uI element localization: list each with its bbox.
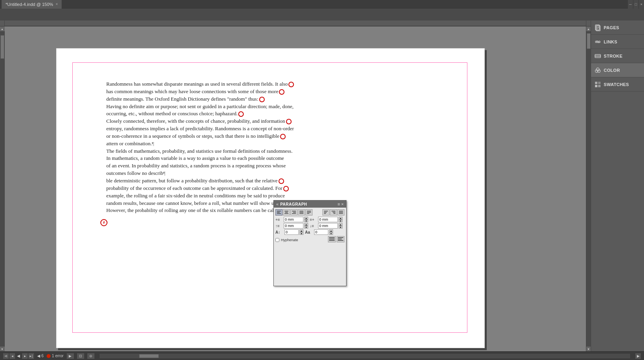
paragraph-panel-menu[interactable]: ≡ [337, 202, 340, 206]
scrollbar-thumb[interactable] [139, 354, 159, 358]
right-scrollbar[interactable]: ▲ ▼ [586, 26, 591, 351]
drop-cap-lines-label: A↕ [275, 230, 284, 234]
hyphenate-checkbox[interactable] [275, 238, 279, 242]
panel-item-pages[interactable]: PAGES [591, 21, 644, 35]
left-indent-label: +≡ [275, 218, 283, 222]
links-label: LINKS [604, 39, 618, 44]
right-indent-spinner[interactable]: ▲ ▼ [339, 217, 343, 222]
svg-rect-1 [277, 211, 281, 212]
paragraph-13: outcomes follow no describ¶ [106, 170, 339, 177]
svg-rect-29 [338, 239, 342, 240]
scroll-up-button[interactable]: ▲ [0, 26, 5, 31]
nav-prev-button[interactable]: ◂ [9, 353, 15, 359]
drop-cap-lines-down[interactable]: ▼ [299, 232, 303, 235]
document-tab[interactable]: *Untitled-4.indd @ 150% × [2, 0, 62, 9]
text-content-area: Randomness has somewhat disparate meanin… [106, 81, 339, 214]
svg-rect-7 [292, 211, 296, 212]
panel-item-stroke[interactable]: STROKE [591, 49, 644, 63]
align-justify-button[interactable] [298, 209, 305, 216]
space-before-field[interactable]: 0 mm [284, 223, 303, 229]
paragraph-panel-header: « PARAGRAPH ≡ × [274, 201, 346, 208]
align-left-button[interactable] [275, 209, 282, 216]
nav-first-button[interactable]: ⊲ [3, 353, 9, 359]
align-towards-spine-button[interactable] [322, 209, 330, 216]
paragraph-panel-close[interactable]: × [341, 202, 344, 206]
align-justify-all-button[interactable] [337, 209, 345, 216]
svg-rect-23 [339, 212, 343, 213]
navigation-arrow-button[interactable]: ▶ [67, 353, 74, 359]
space-before-spinner[interactable]: ▲ ▼ [304, 223, 308, 229]
svg-rect-43 [595, 82, 597, 84]
scroll-right-up-button[interactable]: ▲ [586, 26, 591, 31]
space-after-up[interactable]: ▲ [339, 223, 343, 226]
drop-cap-lines-up[interactable]: ▲ [299, 229, 303, 232]
page-display: ◀ 6 [37, 354, 43, 358]
right-indent-field[interactable]: 0 mm [318, 217, 338, 222]
right-indent-down[interactable]: ▼ [339, 219, 343, 222]
maximize-button[interactable]: □ [633, 0, 638, 9]
align-away-spine-button[interactable] [330, 209, 337, 216]
svg-rect-20 [333, 212, 335, 213]
svg-rect-18 [324, 213, 326, 214]
error-text: 1 error [52, 354, 63, 358]
space-before-up[interactable]: ▲ [304, 223, 308, 226]
vertical-scrollbar[interactable]: ▲ ▼ [0, 26, 5, 351]
paragraph-16: example, the rolling of a fair six-sided… [106, 192, 339, 200]
panel-item-swatches[interactable]: SWATCHES [591, 77, 644, 92]
indent-row: +≡ 0 mm ▲ ▼ ≡+ [275, 217, 345, 222]
swatches-label: SWATCHES [604, 82, 629, 87]
drop-cap-chars-down[interactable]: ▼ [329, 232, 333, 235]
paragraph-panel-collapse[interactable]: « [276, 202, 279, 206]
page-navigation: ⊲ ◂ ◀ ▸ ▸| [3, 353, 34, 359]
drop-cap-chars-up[interactable]: ▲ [329, 229, 333, 232]
horizontal-scrollbar[interactable] [99, 353, 631, 359]
left-indent-field[interactable]: 0 mm [284, 217, 303, 222]
align-right-button[interactable] [290, 209, 298, 216]
nav-next-button[interactable]: ▸ [22, 353, 28, 359]
pages-label: PAGES [604, 25, 619, 30]
text-frame[interactable]: Randomness has somewhat disparate meanin… [72, 62, 467, 333]
paragraph-4: Having no definite aim or purpose; not s… [106, 103, 339, 111]
left-indent-up[interactable]: ▲ [304, 217, 308, 219]
align-justify-last-left-button[interactable] [305, 209, 313, 216]
left-indent-spinner[interactable]: ▲ ▼ [304, 217, 308, 222]
space-after-field[interactable]: 0 mm [318, 223, 338, 229]
left-indent-down[interactable]: ▼ [304, 219, 308, 222]
document-page: Randomness has somewhat disparate meanin… [56, 48, 485, 348]
paragraph-3: definite meanings. The Oxford English Di… [106, 96, 339, 103]
svg-rect-9 [292, 213, 296, 214]
tab-close-button[interactable]: × [56, 2, 58, 6]
scroll-right-down-button[interactable]: ▼ [586, 347, 591, 351]
svg-rect-28 [338, 237, 343, 238]
zoom-out-button[interactable]: ⊖ [87, 353, 94, 359]
svg-rect-27 [329, 240, 335, 241]
nav-last-button[interactable]: ▸| [28, 353, 34, 359]
paragraph-format-btn-2[interactable] [337, 236, 345, 242]
drop-cap-chars-group: Aa 0 ▲ ▼ [305, 229, 333, 235]
minimize-button[interactable]: ─ [627, 0, 633, 9]
paragraph-12: of an event. In probability and statisti… [106, 162, 339, 170]
scroll-down-button[interactable]: ▼ [0, 347, 5, 351]
svg-rect-3 [277, 213, 281, 214]
paragraph-9: attern or combination.¶ [106, 140, 339, 148]
right-indent-up[interactable]: ▲ [339, 217, 343, 219]
preview-button[interactable]: ⊡ [77, 353, 84, 359]
space-after-down[interactable]: ▼ [339, 226, 343, 229]
hyphenate-label: Hyphenate [281, 238, 298, 242]
drop-cap-lines-field[interactable]: 0 [284, 229, 299, 235]
alignment-buttons-row [275, 209, 345, 216]
panel-item-color[interactable]: COLOR [591, 63, 644, 77]
hyphenate-row: Hyphenate [275, 238, 298, 242]
scroll-right-end-button[interactable]: ▶ [635, 353, 641, 359]
svg-rect-45 [595, 85, 597, 87]
space-after-spinner[interactable]: ▲ ▼ [339, 223, 343, 229]
panel-item-links[interactable]: LINKS [591, 35, 644, 49]
drop-cap-chars-spinner[interactable]: ▲ ▼ [329, 229, 333, 235]
svg-rect-46 [598, 85, 601, 87]
space-before-down[interactable]: ▼ [304, 226, 308, 229]
align-center-button[interactable] [283, 209, 290, 216]
drop-cap-chars-field[interactable]: 0 [314, 229, 328, 235]
paragraph-format-btn-1[interactable] [328, 236, 336, 242]
close-window-button[interactable]: × [638, 0, 644, 9]
drop-cap-lines-spinner[interactable]: ▲ ▼ [299, 229, 303, 235]
